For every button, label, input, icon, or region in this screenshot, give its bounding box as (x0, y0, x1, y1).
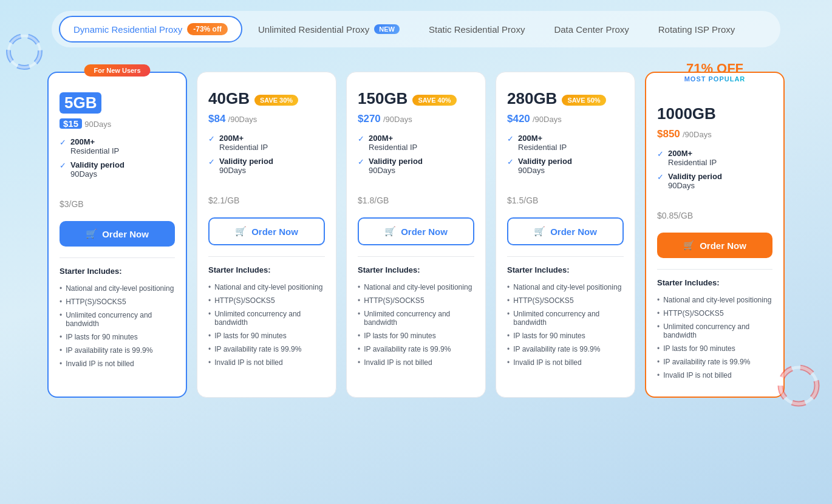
price-per-gb-5gb: $3/GB (60, 192, 175, 211)
list-item: IP availability rate is 99.9% (60, 344, 175, 357)
price-per-gb-150gb: $1.8/GB (358, 188, 474, 208)
list-item: National and city-level positioning (208, 281, 325, 294)
divider (358, 256, 474, 257)
list-item: IP lasts for 90 minutes (208, 329, 325, 342)
list-item: IP availability rate is 99.9% (358, 342, 474, 356)
tab-static-residential[interactable]: Static Residential Proxy (415, 18, 538, 41)
starter-title-150gb: Starter Includes: (358, 265, 474, 274)
divider (657, 269, 772, 270)
list-item: HTTP(S)/SOCKS5 (358, 294, 474, 307)
card-gb-5gb: 5GB (60, 92, 101, 114)
list-item: HTTP(S)/SOCKS5 (507, 294, 624, 307)
list-item: HTTP(S)/SOCKS5 (60, 295, 175, 308)
order-btn-150gb[interactable]: 🛒 Order Now (358, 217, 474, 245)
feature-list-40gb: National and city-level positioning HTTP… (208, 281, 325, 369)
list-item: Unlimited concurrency and bandwidth (60, 308, 175, 330)
list-item: IP lasts for 90 minutes (657, 342, 772, 355)
feature-validity-1000gb: ✓ Validity period90Days (657, 172, 772, 190)
feature-validity-5gb: ✓ Validity period90Days (60, 160, 175, 179)
feature-ip-1000gb: ✓ 200M+Residential IP (657, 149, 772, 167)
cart-icon: 🛒 (683, 240, 695, 251)
divider (60, 257, 175, 258)
feature-ip-40gb: ✓ 200M+Residential IP (208, 134, 325, 152)
divider (507, 256, 624, 257)
tab-unlimited-label: Unlimited Residential Proxy (258, 24, 369, 35)
popular-badge: 71% OFF MOST POPULAR (684, 62, 746, 83)
card-price-5gb: $15 90Days (60, 118, 175, 129)
tab-datacenter-label: Data Center Proxy (554, 24, 629, 35)
list-item: Invalid IP is not billed (358, 356, 474, 369)
tab-dynamic-label: Dynamic Residential Proxy (73, 24, 182, 35)
card-gb-1000gb: 1000GB (657, 104, 772, 123)
list-item: National and city-level positioning (60, 282, 175, 295)
order-btn-40gb[interactable]: 🛒 Order Now (208, 217, 325, 245)
tab-datacenter[interactable]: Data Center Proxy (540, 18, 642, 41)
tab-rotating-label: Rotating ISP Proxy (658, 24, 735, 35)
new-badge: NEW (374, 24, 400, 34)
list-item: National and city-level positioning (507, 281, 624, 294)
feature-list-280gb: National and city-level positioning HTTP… (507, 281, 624, 369)
list-item: Unlimited concurrency and bandwidth (208, 307, 325, 329)
cart-icon: 🛒 (384, 226, 396, 237)
list-item: IP lasts for 90 minutes (358, 329, 474, 342)
pricing-cards: For New Users 5GB $15 90Days ✓ 200M+Resi… (12, 62, 820, 398)
list-item: Unlimited concurrency and bandwidth (657, 320, 772, 342)
feature-validity-150gb: ✓ Validity period90Days (358, 157, 474, 175)
divider (208, 256, 325, 257)
pricing-card-1000gb: 71% OFF MOST POPULAR 1000GB $850 /90Days… (645, 72, 785, 398)
svg-point-3 (780, 367, 817, 404)
order-btn-5gb[interactable]: 🛒 Order Now (60, 221, 175, 247)
tab-dynamic-residential[interactable]: Dynamic Residential Proxy -73% off (59, 16, 242, 43)
decoration-ring-right (777, 364, 820, 407)
list-item: National and city-level positioning (657, 293, 772, 307)
list-item: National and city-level positioning (358, 281, 474, 294)
list-item: Invalid IP is not billed (507, 356, 624, 369)
price-highlighted: $15 (60, 118, 82, 129)
save-tag-40gb: SAVE 30% (254, 95, 298, 106)
feature-validity-40gb: ✓ Validity period90Days (208, 157, 325, 175)
list-item: Invalid IP is not billed (657, 369, 772, 382)
list-item: IP lasts for 90 minutes (60, 330, 175, 344)
tab-static-label: Static Residential Proxy (429, 24, 525, 35)
card-price-280gb: $420 /90Days (507, 113, 624, 125)
order-btn-1000gb[interactable]: 🛒 Order Now (657, 233, 772, 258)
tab-unlimited-residential[interactable]: Unlimited Residential Proxy NEW (245, 18, 413, 41)
list-item: Unlimited concurrency and bandwidth (507, 307, 624, 329)
starter-title-5gb: Starter Includes: (60, 267, 175, 276)
pricing-card-40gb: 40GB SAVE 30% $84 /90Days ✓ 200M+Residen… (197, 72, 336, 398)
pricing-card-280gb: 280GB SAVE 50% $420 /90Days ✓ 200M+Resid… (496, 72, 635, 398)
list-item: HTTP(S)/SOCKS5 (657, 307, 772, 320)
list-item: IP availability rate is 99.9% (657, 355, 772, 369)
cart-icon: 🛒 (235, 226, 247, 237)
card-gb-150gb: 150GB (358, 89, 407, 108)
pricing-card-150gb: 150GB SAVE 40% $270 /90Days ✓ 200M+Resid… (346, 72, 486, 398)
list-item: Invalid IP is not billed (60, 357, 175, 370)
starter-title-40gb: Starter Includes: (208, 265, 325, 274)
tab-rotating-isp[interactable]: Rotating ISP Proxy (645, 18, 748, 41)
list-item: IP lasts for 90 minutes (507, 329, 624, 342)
cart-icon: 🛒 (534, 226, 545, 237)
card-gb-280gb: 280GB (507, 89, 557, 108)
cart-icon: 🛒 (86, 228, 97, 239)
feature-list-1000gb: National and city-level positioning HTTP… (657, 293, 772, 382)
save-tag-150gb: SAVE 40% (412, 95, 456, 106)
discount-badge: -73% off (187, 23, 228, 35)
list-item: IP availability rate is 99.9% (208, 342, 325, 356)
list-item: Unlimited concurrency and bandwidth (358, 307, 474, 329)
card-price-1000gb: $850 /90Days (657, 128, 772, 140)
nav-tabs: Dynamic Residential Proxy -73% off Unlim… (52, 11, 780, 47)
save-tag-280gb: SAVE 50% (562, 95, 605, 106)
card-price-40gb: $84 /90Days (208, 113, 325, 125)
feature-list-150gb: National and city-level positioning HTTP… (358, 281, 474, 369)
for-new-users-badge: For New Users (84, 64, 150, 77)
price-per-gb-280gb: $1.5/GB (507, 188, 624, 208)
list-item: HTTP(S)/SOCKS5 (208, 294, 325, 307)
list-item: Invalid IP is not billed (208, 356, 325, 369)
price-per-gb-1000gb: $0.85/GB (657, 203, 772, 223)
starter-title-1000gb: Starter Includes: (657, 278, 772, 287)
order-btn-280gb[interactable]: 🛒 Order Now (507, 217, 624, 245)
feature-ip-280gb: ✓ 200M+Residential IP (507, 134, 624, 152)
feature-ip-5gb: ✓ 200M+Residential IP (60, 137, 175, 155)
starter-title-280gb: Starter Includes: (507, 265, 624, 274)
card-gb-40gb: 40GB (208, 89, 250, 108)
